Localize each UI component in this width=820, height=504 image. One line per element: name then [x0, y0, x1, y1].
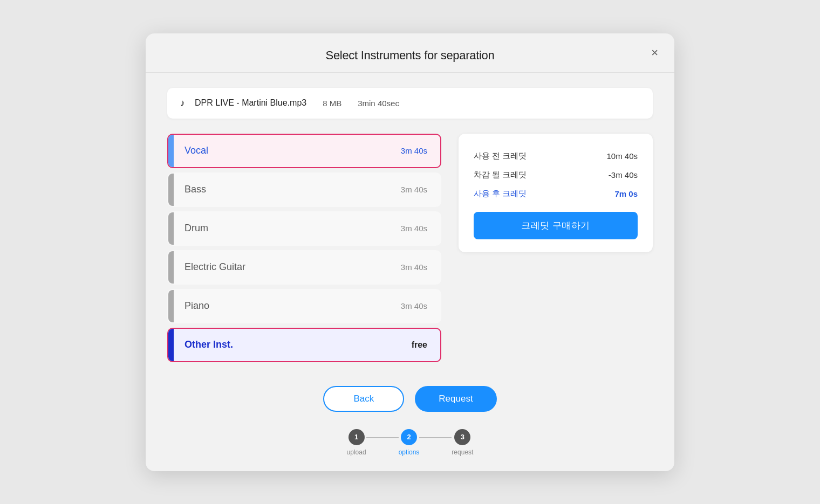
drum-time: 3m 40s: [401, 224, 440, 233]
vocal-accent: [168, 135, 174, 167]
piano-time: 3m 40s: [401, 301, 440, 310]
credit-before-label: 사용 전 크레딧: [474, 151, 527, 161]
guitar-accent: [168, 251, 174, 284]
modal: Select Instruments for separation × ♪ DP…: [146, 33, 674, 471]
step-3-circle: 3: [454, 429, 470, 445]
step-line-1: [366, 437, 399, 438]
credit-after-value: 7m 0s: [614, 189, 638, 198]
modal-header: Select Instruments for separation ×: [146, 33, 674, 73]
credit-panel: 사용 전 크레딧 10m 40s 차감 될 크레딧 -3m 40s 사용 후 크…: [459, 134, 653, 252]
modal-title: Select Instruments for separation: [326, 49, 495, 63]
drum-accent: [168, 212, 174, 245]
credit-deduct-label: 차감 될 크레딧: [474, 170, 527, 180]
instrument-piano[interactable]: Piano 3m 40s: [167, 289, 441, 323]
step-options: 2 options: [399, 429, 420, 456]
file-info-bar: ♪ DPR LIVE - Martini Blue.mp3 8 MB 3min …: [167, 88, 653, 119]
instrument-electric-guitar[interactable]: Electric Guitar 3m 40s: [167, 250, 441, 285]
buy-credit-button[interactable]: 크레딧 구매하기: [474, 212, 638, 239]
stepper: 1 upload 2 options 3 request: [146, 420, 674, 471]
content-area: Vocal 3m 40s Bass 3m 40s Drum 3m 40s: [167, 134, 653, 362]
other-time: free: [412, 340, 440, 350]
credit-deduct-value: -3m 40s: [609, 170, 638, 179]
vocal-name: Vocal: [174, 145, 401, 156]
credit-before-value: 10m 40s: [606, 151, 638, 161]
file-size: 8 MB: [323, 99, 341, 108]
step-line-2: [419, 437, 452, 438]
other-name: Other Inst.: [174, 339, 412, 350]
step-1-circle: 1: [348, 429, 365, 445]
step-upload: 1 upload: [347, 429, 366, 456]
step-2-label: options: [399, 448, 420, 456]
vocal-time: 3m 40s: [401, 146, 440, 155]
instruments-list: Vocal 3m 40s Bass 3m 40s Drum 3m 40s: [167, 134, 441, 362]
guitar-time: 3m 40s: [401, 263, 440, 272]
credit-after-label: 사용 후 크레딧: [474, 189, 527, 199]
instrument-drum[interactable]: Drum 3m 40s: [167, 211, 441, 246]
credit-deduct-row: 차감 될 크레딧 -3m 40s: [474, 165, 638, 184]
guitar-name: Electric Guitar: [174, 261, 401, 273]
back-button[interactable]: Back: [323, 386, 404, 412]
bass-name: Bass: [174, 184, 401, 195]
instrument-bass[interactable]: Bass 3m 40s: [167, 172, 441, 207]
step-2-circle: 2: [401, 429, 417, 445]
bass-accent: [168, 174, 174, 206]
modal-body: ♪ DPR LIVE - Martini Blue.mp3 8 MB 3min …: [146, 73, 674, 375]
instrument-vocal[interactable]: Vocal 3m 40s: [167, 134, 441, 168]
bass-time: 3m 40s: [401, 185, 440, 194]
instrument-other[interactable]: Other Inst. free: [167, 328, 441, 362]
request-button[interactable]: Request: [415, 386, 496, 412]
file-name: DPR LIVE - Martini Blue.mp3: [195, 98, 306, 108]
other-accent: [168, 329, 174, 361]
piano-name: Piano: [174, 300, 401, 312]
step-1-label: upload: [347, 448, 366, 456]
credit-before-row: 사용 전 크레딧 10m 40s: [474, 147, 638, 165]
drum-name: Drum: [174, 223, 401, 234]
piano-accent: [168, 290, 174, 322]
credit-after-row: 사용 후 크레딧 7m 0s: [474, 184, 638, 203]
modal-footer: Back Request: [146, 375, 674, 420]
file-duration: 3min 40sec: [358, 99, 399, 108]
music-icon: ♪: [180, 98, 185, 109]
step-3-label: request: [452, 448, 473, 456]
step-request: 3 request: [452, 429, 473, 456]
close-button[interactable]: ×: [651, 47, 658, 59]
